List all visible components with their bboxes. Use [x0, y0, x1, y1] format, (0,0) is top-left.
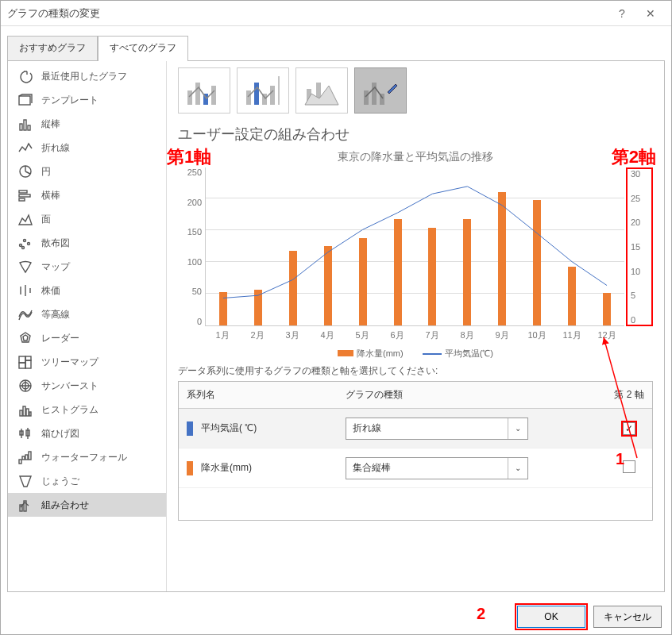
- sidebar-item-2[interactable]: 縦棒: [8, 112, 166, 136]
- sidebar-item-label: マップ: [41, 260, 70, 274]
- svg-marker-8: [19, 215, 32, 225]
- svg-rect-52: [364, 90, 369, 105]
- category-icon: [17, 426, 33, 441]
- sidebar-item-5[interactable]: 横棒: [8, 183, 166, 207]
- sidebar-item-4[interactable]: 円: [8, 160, 166, 183]
- secondary-axis-checkbox-0[interactable]: ✓: [623, 422, 635, 435]
- sidebar-item-11[interactable]: レーダー: [8, 326, 166, 350]
- combo-thumb-1[interactable]: [178, 67, 230, 114]
- svg-point-11: [28, 243, 30, 245]
- primary-y-axis: 250200150100500: [178, 167, 205, 326]
- ok-button[interactable]: OK: [517, 606, 585, 628]
- x-axis: 1月2月3月4月5月6月7月8月9月10月11月12月: [205, 326, 624, 341]
- svg-rect-7: [19, 198, 25, 201]
- tab-body: 最近使用したグラフテンプレート縦棒折れ線円横棒面散布図マップ株価等高線レーダーツ…: [7, 60, 665, 592]
- sidebar-item-17[interactable]: じょうご: [8, 469, 166, 493]
- svg-rect-6: [19, 194, 30, 197]
- svg-rect-19: [25, 356, 31, 360]
- sidebar-item-6[interactable]: 面: [8, 207, 166, 231]
- legend-item-2: 平均気温(℃): [423, 348, 493, 360]
- tabs: おすすめグラフ すべてのグラフ: [1, 26, 671, 61]
- svg-rect-25: [23, 406, 25, 416]
- sidebar-item-label: 縦棒: [41, 117, 60, 131]
- sidebar-item-label: ヒストグラム: [41, 403, 98, 417]
- sidebar-item-16[interactable]: ウォーターフォール: [8, 445, 166, 469]
- secondary-axis-checkbox-1[interactable]: [623, 460, 635, 473]
- sidebar-item-18[interactable]: 組み合わせ: [8, 493, 166, 517]
- chart-type-dropdown-0[interactable]: 折れ線⌄: [346, 418, 528, 440]
- sidebar-item-label: 折れ線: [41, 141, 70, 155]
- sidebar-item-label: 横棒: [41, 189, 60, 202]
- series-panel-label: データ系列に使用するグラフの種類と軸を選択してください:: [178, 364, 653, 378]
- sidebar-item-12[interactable]: ツリーマップ: [8, 350, 166, 374]
- sidebar-item-label: じょうご: [41, 475, 79, 488]
- head-axis2: 第 2 軸: [606, 382, 652, 408]
- chart-preview: 東京の降水量と平均気温の推移 250200150100500 302520151…: [178, 150, 653, 356]
- sidebar-item-15[interactable]: 箱ひげ図: [8, 421, 166, 445]
- svg-rect-18: [19, 356, 25, 363]
- category-icon: [17, 260, 33, 274]
- sidebar-item-3[interactable]: 折れ線: [8, 136, 166, 160]
- category-icon: [17, 117, 33, 131]
- combo-thumb-custom[interactable]: [354, 67, 407, 114]
- sidebar-item-label: 等高線: [41, 308, 70, 321]
- svg-rect-5: [19, 190, 27, 193]
- sidebar-item-7[interactable]: 散布図: [8, 231, 166, 255]
- series-swatch-icon: [187, 461, 193, 475]
- callout-1: 1: [616, 450, 624, 468]
- svg-rect-32: [19, 460, 21, 464]
- sidebar-item-10[interactable]: 等高線: [8, 302, 166, 326]
- category-icon: [17, 307, 33, 321]
- sidebar-item-13[interactable]: サンバースト: [8, 374, 166, 398]
- main-panel: ユーザー設定の組み合わせ 第1軸 第2軸 東京の降水量と平均気温の推移 2502…: [167, 61, 664, 591]
- series-table: 系列名 グラフの種類 第 2 軸 平均気温( ℃) 折れ線⌄ ✓ 降水量(mm): [178, 381, 653, 521]
- category-icon: [17, 355, 33, 369]
- sidebar-item-8[interactable]: マップ: [8, 255, 166, 279]
- svg-rect-44: [254, 83, 259, 105]
- svg-rect-20: [25, 360, 31, 368]
- tab-recommended[interactable]: おすすめグラフ: [7, 36, 98, 61]
- sidebar-item-9[interactable]: 株価: [8, 279, 166, 302]
- category-icon: [17, 69, 33, 83]
- category-icon: [17, 93, 33, 107]
- sidebar-item-label: テンプレート: [41, 94, 98, 107]
- sidebar-item-label: 組み合わせ: [41, 498, 89, 512]
- sidebar-item-14[interactable]: ヒストグラム: [8, 398, 166, 421]
- sidebar-item-0[interactable]: 最近使用したグラフ: [8, 64, 166, 88]
- svg-rect-53: [372, 83, 377, 105]
- category-icon: [17, 498, 33, 512]
- series-row-1: 降水量(mm) 集合縦棒⌄: [179, 448, 652, 488]
- svg-point-10: [24, 240, 26, 242]
- help-button[interactable]: ?: [608, 2, 636, 25]
- titlebar: グラフの種類の変更 ? ✕: [1, 1, 671, 26]
- category-icon: [17, 212, 33, 226]
- cancel-button[interactable]: キャンセル: [593, 606, 662, 628]
- legend-item-1: 降水量(mm): [338, 348, 404, 360]
- series-table-head: 系列名 グラフの種類 第 2 軸: [179, 382, 652, 409]
- close-button[interactable]: ✕: [636, 2, 665, 25]
- svg-marker-36: [20, 476, 31, 487]
- svg-rect-42: [211, 86, 216, 105]
- svg-rect-46: [270, 86, 275, 105]
- change-chart-type-dialog: グラフの種類の変更 ? ✕ おすすめグラフ すべてのグラフ 最近使用したグラフテ…: [0, 0, 672, 635]
- category-icon: [17, 450, 33, 464]
- category-icon: [17, 283, 33, 298]
- combo-thumb-3[interactable]: [295, 67, 348, 114]
- category-icon: [17, 474, 33, 488]
- category-icon: [17, 140, 33, 155]
- category-icon: [17, 164, 33, 179]
- tab-all[interactable]: すべてのグラフ: [98, 36, 188, 61]
- svg-rect-26: [26, 409, 29, 416]
- head-series-name: 系列名: [179, 382, 338, 408]
- category-icon: [17, 188, 33, 202]
- sidebar-item-1[interactable]: テンプレート: [8, 88, 166, 112]
- chart-area: 250200150100500 302520151050: [178, 167, 653, 326]
- dialog-title: グラフの種類の変更: [7, 6, 608, 21]
- sidebar-item-label: 箱ひげ図: [41, 427, 79, 441]
- sidebar-item-label: 散布図: [41, 237, 70, 250]
- chart-type-dropdown-1[interactable]: 集合縦棒⌄: [346, 457, 528, 479]
- svg-marker-17: [23, 335, 28, 341]
- head-chart-type: グラフの種類: [338, 382, 606, 408]
- combo-thumb-2[interactable]: [237, 67, 289, 114]
- svg-rect-34: [25, 455, 28, 460]
